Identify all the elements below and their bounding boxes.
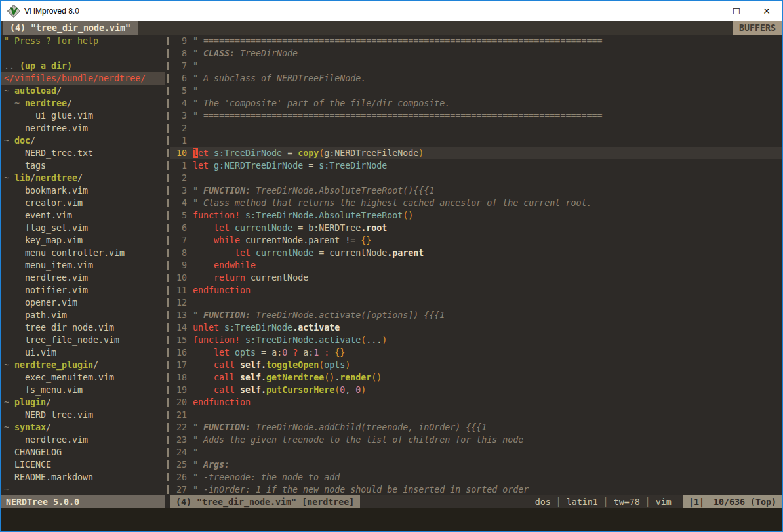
code-line[interactable]: 21 <box>170 409 782 421</box>
code-line[interactable]: 3" FUNCTION: TreeDirNode.AbsoluteTreeRoo… <box>170 184 782 197</box>
tree-item[interactable]: ~ nerdtree/ <box>1 97 165 110</box>
command-line[interactable] <box>1 508 782 531</box>
code-line[interactable]: 5" <box>170 85 782 97</box>
code-line[interactable]: 13" FUNCTION: TreeDirNode.activate([opti… <box>170 309 782 321</box>
code-line[interactable]: 7" <box>170 60 782 72</box>
tree-item[interactable]: " Press ? for help <box>1 35 165 47</box>
code-line[interactable]: 12 <box>170 297 782 309</box>
code-line[interactable]: 4" Class method that returns the highest… <box>170 197 782 209</box>
status-info-item: latin1 <box>567 497 598 507</box>
code-line[interactable]: 25" Args: <box>170 459 782 471</box>
tree-item[interactable]: creator.vim <box>1 197 165 209</box>
code-line[interactable]: 16 let opts = a:0 ? a:1 : {} <box>170 346 782 359</box>
line-number: 3 <box>170 184 187 197</box>
tree-item[interactable]: ui_glue.vim <box>1 110 165 122</box>
tree-item[interactable]: ui.vim <box>1 346 165 359</box>
buffers-label[interactable]: BUFFERS <box>733 21 782 35</box>
maximize-button[interactable]: ☐ <box>721 1 752 21</box>
tree-item[interactable] <box>1 47 165 60</box>
tree-item[interactable]: nerdtree.vim <box>1 272 165 284</box>
tree-item[interactable]: LICENCE <box>1 459 165 471</box>
code-line[interactable]: 9 endwhile <box>170 259 782 272</box>
line-number: 1 <box>170 134 187 147</box>
code-line[interactable]: 9" =====================================… <box>170 35 782 47</box>
code-line[interactable]: 23" Adds the given treenode to the list … <box>170 434 782 446</box>
tree-item[interactable]: CHANGELOG <box>1 446 165 459</box>
tree-item[interactable]: tree_dir_node.vim <box>1 321 165 334</box>
line-number: 15 <box>170 334 187 346</box>
status-separator-gap <box>165 495 170 508</box>
code-line[interactable]: 6" A subclass of NERDTreeFileNode. <box>170 72 782 85</box>
tree-item[interactable]: fs_menu.vim <box>1 384 165 396</box>
code-line[interactable]: 27" -inOrder: 1 if the new node should b… <box>170 483 782 495</box>
code-line[interactable]: 22" FUNCTION: TreeDirNode.addChild(treen… <box>170 421 782 434</box>
tree-item[interactable]: nerdtree.vim <box>1 122 165 134</box>
tree-item[interactable]: path.vim <box>1 309 165 321</box>
tree-item[interactable]: notifier.vim <box>1 284 165 297</box>
code-line[interactable]: 15function! s:TreeDirNode.activate(...) <box>170 334 782 346</box>
line-number: 25 <box>170 459 187 471</box>
code-line[interactable]: 6 let currentNode = b:NERDTree.root <box>170 222 782 234</box>
line-number: 19 <box>170 384 187 396</box>
tree-item[interactable]: key_map.vim <box>1 234 165 247</box>
line-number: 12 <box>170 297 187 309</box>
tree-item[interactable]: ~ lib/nerdtree/ <box>1 172 165 184</box>
tree-item[interactable]: nerdtree.vim <box>1 434 165 446</box>
minimize-button[interactable]: — <box>691 1 721 21</box>
tree-item[interactable]: menu_controller.vim <box>1 247 165 259</box>
editor-panel[interactable]: 9" =====================================… <box>170 35 782 495</box>
line-number: 9 <box>170 259 187 272</box>
line-number: 6 <box>170 222 187 234</box>
window-split-separator[interactable] <box>165 35 170 495</box>
tree-item[interactable]: ~ doc/ <box>1 134 165 147</box>
tree-item[interactable]: opener.vim <box>1 297 165 309</box>
vim-window: Vi IMproved 8.0 — ☐ ✕ (4) "tree_dir_node… <box>0 0 783 532</box>
tree-item-selected-root[interactable]: </vimfiles/bundle/nerdtree/ <box>1 72 165 85</box>
tree-item[interactable]: NERD_tree.txt <box>1 147 165 159</box>
tree-item[interactable]: NERD_tree.vim <box>1 409 165 421</box>
tree-item[interactable]: menu_item.vim <box>1 259 165 272</box>
code-line[interactable]: 10 return currentNode <box>170 272 782 284</box>
tree-item[interactable]: event.vim <box>1 209 165 222</box>
tree-item[interactable]: README.markdown <box>1 471 165 483</box>
nerdtree-panel[interactable]: " Press ? for help.. (up a dir)</vimfile… <box>1 35 165 495</box>
tree-item[interactable]: ~ nerdtree_plugin/ <box>1 359 165 371</box>
code-line[interactable]: 17 call self.toggleOpen(opts) <box>170 359 782 371</box>
code-line[interactable]: 2 <box>170 122 782 134</box>
code-line[interactable]: 1let g:NERDTreeDirNode = s:TreeDirNode <box>170 159 782 172</box>
tab-tree-dir-node[interactable]: (4) "tree_dir_node.vim" <box>3 21 138 35</box>
code-line-current[interactable]: 10let s:TreeDirNode = copy(g:NERDTreeFil… <box>170 147 782 159</box>
tree-item[interactable]: ~ syntax/ <box>1 421 165 434</box>
tree-item[interactable]: ~ autoload/ <box>1 85 165 97</box>
line-number: 4 <box>170 197 187 209</box>
code-line[interactable]: 1 <box>170 134 782 147</box>
code-line[interactable]: 7 while currentNode.parent != {} <box>170 234 782 247</box>
code-line[interactable]: 14unlet s:TreeDirNode.activate <box>170 321 782 334</box>
code-line[interactable]: 3" =====================================… <box>170 110 782 122</box>
code-line[interactable]: 8 let currentNode = currentNode.parent <box>170 247 782 259</box>
code-line[interactable]: 8" CLASS: TreeDirNode <box>170 47 782 60</box>
tree-item[interactable]: .. (up a dir) <box>1 60 165 72</box>
tree-item[interactable]: bookmark.vim <box>1 184 165 197</box>
code-line[interactable]: 4" The 'composite' part of the file/dir … <box>170 97 782 110</box>
code-line[interactable]: 24" <box>170 446 782 459</box>
code-line[interactable]: 5function! s:TreeDirNode.AbsoluteTreeRoo… <box>170 209 782 222</box>
tree-item[interactable]: exec_menuitem.vim <box>1 371 165 384</box>
line-number: 7 <box>170 60 187 72</box>
code-line[interactable]: 2 <box>170 172 782 184</box>
tree-item[interactable]: ~ plugin/ <box>1 396 165 409</box>
line-number: 5 <box>170 209 187 222</box>
code-line[interactable]: 11endfunction <box>170 284 782 297</box>
status-window-number: |1| <box>689 497 704 507</box>
line-number: 10 <box>170 272 187 284</box>
tree-item[interactable]: tree_file_node.vim <box>1 334 165 346</box>
code-line[interactable]: 20endfunction <box>170 396 782 409</box>
code-line[interactable]: 19 call self.putCursorHere(0, 0) <box>170 384 782 396</box>
close-button[interactable]: ✕ <box>752 1 782 21</box>
tree-item[interactable]: ~ <box>1 483 165 495</box>
tree-item[interactable]: flag_set.vim <box>1 222 165 234</box>
code-line[interactable]: 18 call self.getNerdtree().render() <box>170 371 782 384</box>
status-info-item: dos <box>535 497 551 507</box>
tree-item[interactable]: tags <box>1 159 165 172</box>
code-line[interactable]: 26" -treenode: the node to add <box>170 471 782 483</box>
